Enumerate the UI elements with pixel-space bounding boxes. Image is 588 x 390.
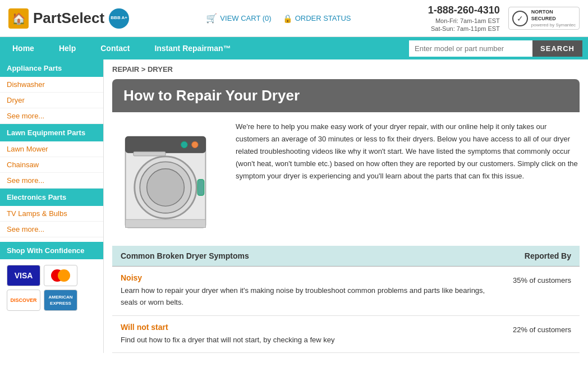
svg-point-2 — [181, 141, 187, 148]
sidebar-item-lawn-more[interactable]: See more... — [0, 173, 103, 189]
main-layout: Appliance Parts Dishwasher Dryer See mor… — [0, 59, 588, 353]
top-header: 🏠 PartSelect BBB A+ 🛒 VIEW CART (0) 🔒 OR… — [0, 0, 588, 37]
svg-point-6 — [147, 169, 185, 207]
nav-help[interactable]: Help — [47, 37, 88, 59]
nav-home[interactable]: Home — [0, 37, 47, 59]
sidebar-item-appliance-more[interactable]: See more... — [0, 108, 103, 124]
dryer-illustration — [112, 121, 219, 233]
nav-search-area: SEARCH — [409, 40, 588, 57]
logo-area: 🏠 PartSelect BBB A+ — [8, 8, 129, 29]
symptoms-table: Common Broken Dryer Symptoms Reported By… — [112, 246, 580, 353]
view-cart-link[interactable]: 🛒 VIEW CART (0) — [206, 13, 271, 24]
sidebar: Appliance Parts Dishwasher Dryer See mor… — [0, 59, 104, 353]
nav-bar: Home Help Contact Instant Repairman™ SEA… — [0, 37, 588, 59]
nav-instant-repairman[interactable]: Instant Repairman™ — [142, 37, 243, 59]
page-title-bar: How to Repair Your Dryer — [112, 79, 580, 112]
symptom-row-will-not-start[interactable]: Will not start Find out how to fix a dry… — [112, 316, 580, 354]
lawn-equipment-header: Lawn Equipment Parts — [0, 124, 103, 141]
svg-rect-9 — [134, 152, 166, 156]
symptom-reported-noisy: 35% of customers — [487, 273, 571, 309]
symptom-desc-noisy: Learn how to repair your dryer when it's… — [121, 285, 487, 309]
order-status-link[interactable]: 🔒 ORDER STATUS — [283, 14, 351, 23]
content-area: REPAIR > DRYER How to Repair Your Dryer — [104, 59, 588, 353]
bbb-badge: BBB A+ — [109, 8, 129, 29]
appliance-parts-header: Appliance Parts — [0, 59, 103, 77]
symptoms-table-header: Common Broken Dryer Symptoms Reported By — [112, 246, 580, 267]
header-nav-links: 🛒 VIEW CART (0) 🔒 ORDER STATUS — [206, 13, 351, 24]
norton-badge: ✓ NORTON SECURED powered by Symantec — [508, 7, 580, 29]
dryer-description: We're here to help you make easy work of… — [236, 121, 580, 235]
payment-logos: VISA DISCOVER AMERICANEXPRESS — [0, 259, 103, 316]
sidebar-item-dishwasher[interactable]: Dishwasher — [0, 77, 103, 93]
svg-point-3 — [192, 141, 198, 148]
norton-text: NORTON SECURED — [531, 9, 576, 22]
symptom-col-header: Common Broken Dryer Symptoms — [121, 251, 487, 260]
hours-line1: Mon-Fri: 7am-1am EST — [435, 17, 500, 24]
hours-line2: Sat-Sun: 7am-11pm EST — [431, 25, 500, 32]
shop-confidence-header: Shop With Confidence — [0, 242, 103, 259]
breadcrumb: REPAIR > DRYER — [112, 59, 580, 79]
amex-logo: AMERICANEXPRESS — [44, 290, 77, 311]
sidebar-item-dryer[interactable]: Dryer — [0, 93, 103, 108]
visa-logo: VISA — [7, 265, 40, 286]
svg-rect-7 — [197, 180, 204, 196]
symptom-name-noisy: Noisy — [121, 273, 487, 282]
electronics-parts-header: Electronics Parts — [0, 189, 103, 206]
lock-icon: 🔒 — [283, 14, 292, 23]
symptom-desc-will-not-start: Find out how to fix a dryer that will no… — [121, 334, 487, 346]
logo-text: PartSelect — [33, 10, 104, 27]
page-title: How to Repair Your Dryer — [123, 87, 568, 104]
dryer-intro: We're here to help you make easy work of… — [112, 121, 580, 235]
sidebar-item-electronics-more[interactable]: See more... — [0, 222, 103, 237]
sidebar-item-lawn-mower[interactable]: Lawn Mower — [0, 141, 103, 157]
sidebar-item-chainsaw[interactable]: Chainsaw — [0, 157, 103, 173]
symptom-reported-will-not-start: 22% of customers — [487, 323, 571, 346]
norton-symantec: powered by Symantec — [531, 22, 576, 27]
nav-contact[interactable]: Contact — [88, 37, 142, 59]
symptom-name-will-not-start: Will not start — [121, 323, 487, 332]
home-icon: 🏠 — [8, 8, 29, 29]
dryer-image — [112, 121, 224, 235]
discover-logo: DISCOVER — [7, 290, 40, 311]
cart-icon: 🛒 — [206, 13, 217, 24]
svg-rect-8 — [126, 219, 206, 227]
contact-info: 1-888-260-4310 Mon-Fri: 7am-1am EST Sat-… — [428, 4, 500, 32]
search-input[interactable] — [409, 40, 532, 57]
mastercard-logo — [44, 265, 77, 286]
norton-checkmark-icon: ✓ — [512, 11, 528, 26]
search-button[interactable]: SEARCH — [532, 40, 582, 57]
reported-col-header: Reported By — [487, 251, 571, 260]
sidebar-item-tv-lamps[interactable]: TV Lamps & Bulbs — [0, 206, 103, 222]
phone-number: 1-888-260-4310 — [428, 4, 500, 16]
symptom-row-noisy[interactable]: Noisy Learn how to repair your dryer whe… — [112, 267, 580, 316]
